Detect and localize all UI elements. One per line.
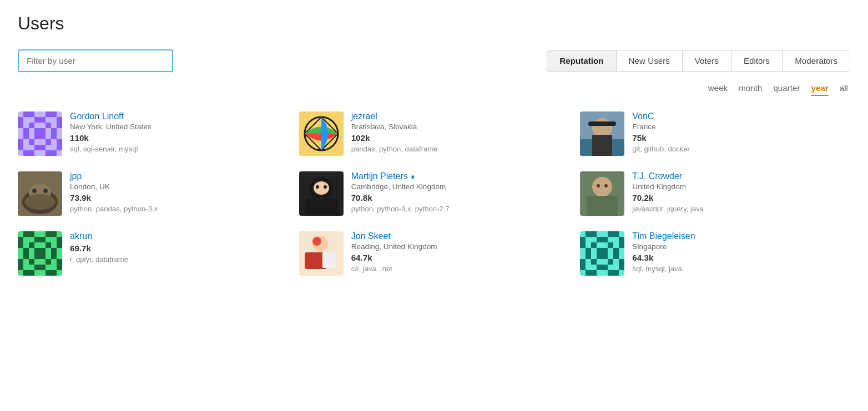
user-reputation: 70.2k [632,193,704,202]
svg-rect-48 [51,139,57,145]
user-name[interactable]: Martijn Pieters ♦ [351,171,450,181]
user-card: Gordon LinoffNew York, United States110k… [18,111,288,156]
svg-rect-2 [18,111,23,117]
user-avatar [580,171,624,216]
svg-rect-115 [29,242,34,248]
user-info: akrun69.7kr, dplyr, dataframe [70,231,128,263]
svg-rect-98 [23,231,29,237]
svg-rect-36 [29,134,34,139]
svg-rect-12 [29,117,34,123]
svg-rect-180 [597,237,602,242]
svg-rect-131 [29,253,34,259]
svg-rect-43 [23,139,29,145]
svg-rect-137 [18,259,23,265]
svg-rect-44 [29,139,34,145]
svg-rect-173 [602,231,608,237]
svg-rect-175 [613,231,619,237]
user-name[interactable]: VonC [632,111,689,121]
time-month[interactable]: month [739,83,762,96]
svg-rect-127 [51,248,57,253]
svg-rect-224 [619,265,624,270]
svg-rect-100 [34,231,40,237]
svg-rect-15 [46,117,51,123]
svg-rect-208 [619,253,624,259]
svg-rect-207 [613,253,619,259]
svg-rect-195 [591,248,597,253]
svg-rect-45 [34,139,40,145]
user-name[interactable]: akrun [70,231,128,241]
svg-rect-164 [322,252,336,268]
user-info: jppLondon, UK73.9kpython, pandas, python… [70,171,158,213]
tab-moderators[interactable]: Moderators [783,50,850,71]
svg-rect-159 [51,270,57,276]
svg-rect-160 [57,270,62,276]
svg-rect-51 [23,145,29,150]
svg-rect-177 [580,237,586,242]
svg-rect-136 [57,253,62,259]
svg-rect-35 [23,134,29,139]
tab-voters[interactable]: Voters [683,50,731,71]
svg-rect-205 [602,253,608,259]
user-name[interactable]: jezrael [351,111,438,121]
svg-point-89 [324,185,327,189]
svg-rect-22 [40,123,46,128]
user-name[interactable]: T.J. Crowder [632,171,704,181]
svg-rect-181 [602,237,608,242]
user-tags: r, dplyr, dataframe [70,255,128,263]
user-name[interactable]: Gordon Linoff [70,111,152,121]
svg-rect-7 [46,111,51,117]
svg-rect-149 [40,265,46,270]
svg-rect-171 [591,231,597,237]
svg-rect-64 [51,150,57,156]
time-quarter[interactable]: quarter [773,83,800,96]
user-location: France [632,123,689,131]
svg-rect-133 [40,253,46,259]
svg-rect-134 [46,253,51,259]
user-avatar [299,111,344,156]
svg-point-79 [24,194,55,210]
svg-rect-120 [57,242,62,248]
svg-rect-213 [602,259,608,265]
svg-rect-99 [29,231,34,237]
svg-rect-210 [586,259,591,265]
user-name[interactable]: Jon Skeet [351,231,437,241]
page-title: Users [18,13,850,34]
svg-rect-114 [23,242,29,248]
svg-rect-186 [586,242,591,248]
user-card: Martijn Pieters ♦Cambridge, United Kingd… [299,171,569,216]
user-location: London, UK [70,182,158,191]
user-name[interactable]: Tim Biegeleisen [632,231,695,241]
svg-rect-40 [51,134,57,139]
user-info: Gordon LinoffNew York, United States110k… [70,111,152,153]
user-name[interactable]: jpp [70,171,158,181]
user-card: Jon SkeetReading, United Kingdom64.7kc#,… [299,231,569,276]
user-info: VonCFrance75kgit, github, docker [632,111,689,153]
svg-rect-187 [591,242,597,248]
svg-rect-232 [619,270,624,276]
tab-new-users[interactable]: New Users [617,50,683,71]
svg-rect-112 [57,237,62,242]
svg-rect-150 [46,265,51,270]
user-avatar [18,171,62,216]
svg-rect-230 [608,270,613,276]
svg-rect-31 [46,128,51,134]
svg-rect-199 [613,248,619,253]
tab-editors[interactable]: Editors [731,50,783,71]
user-reputation: 75k [632,133,689,143]
svg-rect-37 [34,134,40,139]
svg-rect-103 [51,231,57,237]
time-year[interactable]: year [811,83,829,96]
svg-rect-221 [602,265,608,270]
svg-rect-218 [586,265,591,270]
time-week[interactable]: week [708,83,728,96]
svg-rect-182 [608,237,613,242]
svg-rect-105 [18,237,23,242]
time-all[interactable]: all [840,83,848,96]
svg-rect-174 [608,231,613,237]
svg-rect-231 [613,270,619,276]
svg-rect-11 [23,117,29,123]
filter-input[interactable] [18,49,173,72]
svg-rect-54 [40,145,46,150]
svg-rect-179 [591,237,597,242]
tab-reputation[interactable]: Reputation [547,50,616,71]
